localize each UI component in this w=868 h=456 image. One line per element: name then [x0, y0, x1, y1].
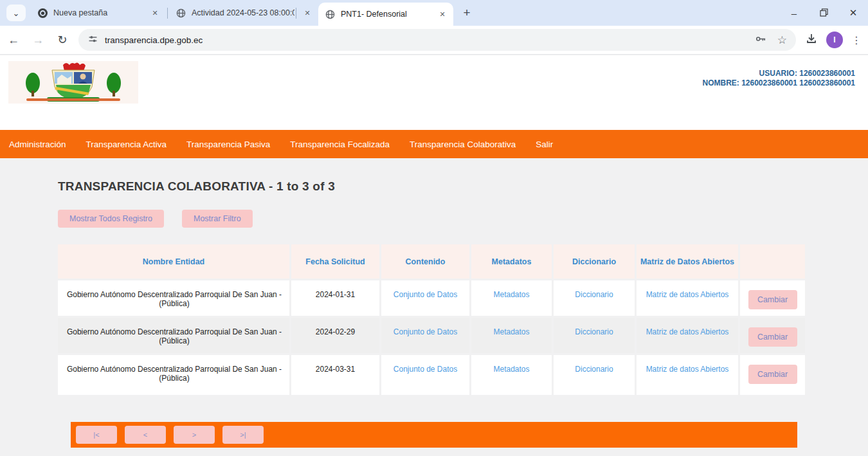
- user-info: USUARIO: 1260023860001 NOMBRE: 126002386…: [702, 69, 855, 87]
- forward-button[interactable]: →: [27, 29, 49, 51]
- password-key-icon[interactable]: [755, 33, 767, 48]
- col-matriz-datos-abiertos: Matriz de Datos Abiertos: [637, 244, 738, 278]
- link-conjunto-de-datos[interactable]: Conjunto de Datos: [381, 318, 469, 353]
- pagination-last-button[interactable]: >|: [222, 426, 264, 444]
- page-title: TRANSPARENCIA COLABORATIVA - 1 to 3 of 3: [58, 179, 335, 194]
- new-tab-button[interactable]: +: [458, 5, 475, 21]
- cell-entidad: Gobierno Autónomo Descentralizado Parroq…: [58, 355, 289, 395]
- tab-divider: [167, 8, 168, 19]
- link-matriz-datos-abiertos[interactable]: Matriz de datos Abiertos: [637, 318, 738, 353]
- col-diccionario: Diccionario: [554, 244, 635, 278]
- close-icon[interactable]: ✕: [302, 7, 313, 19]
- link-metadatos[interactable]: Metadatos: [471, 355, 552, 395]
- globe-icon: [325, 9, 336, 20]
- close-icon[interactable]: ✕: [437, 8, 448, 20]
- tab-title: Nueva pestaña: [53, 8, 145, 17]
- restore-button[interactable]: [809, 0, 838, 26]
- link-diccionario[interactable]: Diccionario: [554, 355, 635, 395]
- tab-title: PNT1- Defensorial: [341, 10, 433, 19]
- link-metadatos[interactable]: Metadatos: [471, 280, 552, 316]
- tab-divider: [296, 8, 296, 19]
- close-icon[interactable]: ✕: [149, 7, 161, 19]
- pagination-first-button[interactable]: |<: [76, 426, 117, 444]
- tab-actividad[interactable]: Actividad 2024-05-23 08:00:00 ✕: [169, 0, 318, 26]
- site-header: USUARIO: 1260023860001 NOMBRE: 126002386…: [0, 55, 868, 130]
- pagination-prev-button[interactable]: <: [125, 426, 166, 444]
- toolbar-actions: I ⋮: [805, 32, 868, 48]
- chevron-down-icon: ⌄: [13, 8, 20, 18]
- browser-menu-icon[interactable]: ⋮: [851, 34, 862, 46]
- pagination-bar: |< < > >|: [71, 422, 797, 448]
- cambiar-button[interactable]: Cambiar: [748, 290, 797, 309]
- close-window-button[interactable]: ✕: [838, 0, 868, 26]
- pagination-next-button[interactable]: >: [174, 426, 215, 444]
- globe-icon: [176, 8, 186, 19]
- mostrar-todos-registro-button[interactable]: Mostrar Todos Registro: [58, 210, 164, 228]
- tab-pnt1-defensorial[interactable]: PNT1- Defensorial ✕: [318, 3, 453, 26]
- table-header-row: Nombre Entidad Fecha Solicitud Contenido…: [58, 244, 805, 278]
- nombre-text: NOMBRE: 1260023860001 1260023860001: [702, 78, 855, 88]
- link-matriz-datos-abiertos[interactable]: Matriz de datos Abiertos: [637, 280, 738, 316]
- chrome-icon: [37, 8, 48, 19]
- link-diccionario[interactable]: Diccionario: [554, 318, 635, 353]
- link-diccionario[interactable]: Diccionario: [554, 280, 635, 316]
- site-settings-icon[interactable]: [87, 33, 98, 47]
- cell-fecha: 2024-03-31: [291, 355, 379, 395]
- cell-entidad: Gobierno Autónomo Descentralizado Parroq…: [58, 280, 289, 316]
- reload-button[interactable]: ↻: [51, 29, 73, 51]
- restore-icon: [820, 8, 828, 19]
- url-text[interactable]: transparencia.dpe.gob.ec: [105, 35, 755, 45]
- nav-administracion[interactable]: Administración: [9, 140, 66, 149]
- cambiar-button[interactable]: Cambiar: [748, 365, 797, 384]
- download-icon[interactable]: [805, 32, 818, 48]
- tab-title: Actividad 2024-05-23 08:00:00: [192, 8, 294, 17]
- mostrar-filtro-button[interactable]: Mostrar Filtro: [182, 210, 253, 228]
- minimize-button[interactable]: –: [779, 0, 809, 26]
- usuario-text: USUARIO: 1260023860001: [702, 69, 855, 78]
- nav-transparencia-pasiva[interactable]: Transparencia Pasiva: [186, 140, 270, 149]
- cell-entidad: Gobierno Autónomo Descentralizado Parroq…: [58, 318, 289, 353]
- nav-transparencia-activa[interactable]: Transparencia Activa: [86, 140, 167, 149]
- browser-toolbar: ← → ↻ transparencia.dpe.gob.ec ☆ I ⋮: [0, 26, 868, 55]
- col-metadatos: Metadatos: [471, 244, 552, 278]
- records-table: Nombre Entidad Fecha Solicitud Contenido…: [56, 242, 807, 397]
- link-matriz-datos-abiertos[interactable]: Matriz de datos Abiertos: [637, 355, 738, 395]
- bookmark-star-icon[interactable]: ☆: [777, 33, 787, 47]
- profile-avatar[interactable]: I: [826, 32, 843, 48]
- col-nombre-entidad: Nombre Entidad: [58, 244, 289, 278]
- col-fecha-solicitud: Fecha Solicitud: [291, 244, 379, 278]
- table-row: Gobierno Autónomo Descentralizado Parroq…: [58, 355, 805, 395]
- link-conjunto-de-datos[interactable]: Conjunto de Datos: [381, 355, 469, 395]
- table-row: Gobierno Autónomo Descentralizado Parroq…: [58, 318, 805, 353]
- window-controls: – ✕: [779, 0, 868, 26]
- link-conjunto-de-datos[interactable]: Conjunto de Datos: [381, 280, 469, 316]
- coat-of-arms-logo: [8, 61, 138, 104]
- nav-transparencia-focalizada[interactable]: Transparencia Focalizada: [290, 140, 390, 149]
- table-row: Gobierno Autónomo Descentralizado Parroq…: [58, 280, 805, 316]
- col-actions: [740, 244, 805, 278]
- nav-transparencia-colaborativa[interactable]: Transparencia Colaborativa: [410, 140, 516, 149]
- filter-buttons: Mostrar Todos Registro Mostrar Filtro: [58, 210, 253, 228]
- cell-fecha: 2024-01-31: [291, 280, 379, 316]
- col-contenido: Contenido: [381, 244, 469, 278]
- main-navigation: Administración Transparencia Activa Tran…: [0, 130, 868, 158]
- nav-salir[interactable]: Salir: [536, 140, 553, 149]
- tab-nueva-pestana[interactable]: Nueva pestaña ✕: [31, 0, 166, 26]
- page-content: TRANSPARENCIA COLABORATIVA - 1 to 3 of 3…: [0, 158, 868, 456]
- back-button[interactable]: ←: [3, 29, 24, 51]
- cambiar-button[interactable]: Cambiar: [748, 327, 797, 347]
- tab-strip: ⌄ Nueva pestaña ✕ Actividad 2024-05-23 0…: [0, 0, 868, 26]
- link-metadatos[interactable]: Metadatos: [471, 318, 552, 353]
- browser-window: ⌄ Nueva pestaña ✕ Actividad 2024-05-23 0…: [0, 0, 868, 456]
- cell-fecha: 2024-02-29: [291, 318, 379, 353]
- tab-search-button[interactable]: ⌄: [6, 5, 26, 21]
- address-bar[interactable]: transparencia.dpe.gob.ec ☆: [78, 29, 796, 51]
